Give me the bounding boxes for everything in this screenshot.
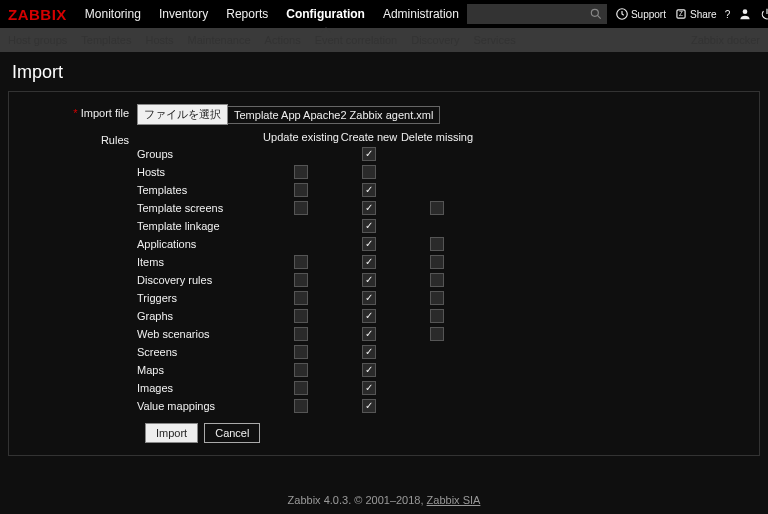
search-input[interactable] — [467, 4, 607, 24]
import-form: * Import file ファイルを選択 Template App Apach… — [8, 91, 760, 456]
share-link[interactable]: ZShare — [674, 7, 717, 21]
rule-checkbox[interactable] — [362, 363, 376, 377]
support-link[interactable]: Support — [615, 7, 666, 21]
import-file-label: * Import file — [19, 104, 137, 119]
subnav-item-actions[interactable]: Actions — [265, 34, 301, 46]
rule-row-label: Applications — [137, 238, 263, 250]
rule-checkbox[interactable] — [430, 273, 444, 287]
search-icon[interactable] — [589, 7, 603, 21]
rule-checkbox[interactable] — [362, 345, 376, 359]
footer-link[interactable]: Zabbix SIA — [427, 494, 481, 506]
file-name: Template App Apache2 Zabbix agent.xml — [228, 106, 440, 124]
rule-checkbox[interactable] — [362, 309, 376, 323]
main-nav: MonitoringInventoryReportsConfigurationA… — [77, 1, 467, 27]
rules-header: Create new — [339, 131, 399, 143]
subnav-item-maintenance[interactable]: Maintenance — [188, 34, 251, 46]
rule-checkbox[interactable] — [362, 183, 376, 197]
rule-checkbox[interactable] — [362, 237, 376, 251]
file-selector[interactable]: ファイルを選択 Template App Apache2 Zabbix agen… — [137, 104, 440, 125]
rule-row-label: Template screens — [137, 202, 263, 214]
rule-row-label: Groups — [137, 148, 263, 160]
svg-point-0 — [591, 9, 598, 16]
rule-row-label: Images — [137, 382, 263, 394]
subnav: Host groupsTemplatesHostsMaintenanceActi… — [0, 28, 768, 52]
rule-row-label: Graphs — [137, 310, 263, 322]
user-icon[interactable] — [738, 7, 752, 21]
rule-checkbox[interactable] — [430, 255, 444, 269]
nav-item-monitoring[interactable]: Monitoring — [77, 1, 149, 27]
rule-checkbox[interactable] — [362, 147, 376, 161]
rule-checkbox[interactable] — [362, 327, 376, 341]
share-icon: Z — [674, 7, 688, 21]
rule-checkbox[interactable] — [430, 309, 444, 323]
rule-row-label: Screens — [137, 346, 263, 358]
rule-checkbox[interactable] — [362, 165, 376, 179]
rule-row-label: Web scenarios — [137, 328, 263, 340]
rule-row-label: Triggers — [137, 292, 263, 304]
rule-checkbox[interactable] — [294, 345, 308, 359]
rule-checkbox[interactable] — [362, 273, 376, 287]
rule-row-label: Items — [137, 256, 263, 268]
rule-checkbox[interactable] — [430, 327, 444, 341]
subnav-item-hosts[interactable]: Hosts — [145, 34, 173, 46]
logo[interactable]: ZABBIX — [8, 6, 67, 23]
subnav-right[interactable]: Zabbix docker — [691, 34, 760, 46]
nav-item-configuration[interactable]: Configuration — [278, 1, 373, 27]
rules-header: Update existing — [263, 131, 339, 143]
subnav-item-services[interactable]: Services — [474, 34, 516, 46]
rule-row-label: Templates — [137, 184, 263, 196]
subnav-left: Host groupsTemplatesHostsMaintenanceActi… — [8, 34, 691, 46]
rule-checkbox[interactable] — [362, 255, 376, 269]
cancel-button[interactable]: Cancel — [204, 423, 260, 443]
rule-row-label: Discovery rules — [137, 274, 263, 286]
topbar-right: Support ZShare ? — [467, 4, 768, 24]
help-link[interactable]: ? — [725, 9, 731, 20]
rule-checkbox[interactable] — [294, 327, 308, 341]
subnav-item-event-correlation[interactable]: Event correlation — [315, 34, 398, 46]
subnav-item-host-groups[interactable]: Host groups — [8, 34, 67, 46]
svg-text:Z: Z — [679, 10, 683, 17]
file-choose-button[interactable]: ファイルを選択 — [137, 104, 228, 125]
rule-checkbox[interactable] — [294, 381, 308, 395]
rule-row-label: Value mappings — [137, 400, 263, 412]
rule-checkbox[interactable] — [362, 291, 376, 305]
rule-row-label: Maps — [137, 364, 263, 376]
rule-row-label: Template linkage — [137, 220, 263, 232]
power-icon[interactable] — [760, 7, 768, 21]
rule-checkbox[interactable] — [294, 201, 308, 215]
rule-checkbox[interactable] — [430, 291, 444, 305]
rule-row-label: Hosts — [137, 166, 263, 178]
nav-item-reports[interactable]: Reports — [218, 1, 276, 27]
subnav-item-discovery[interactable]: Discovery — [411, 34, 459, 46]
topbar: ZABBIX MonitoringInventoryReportsConfigu… — [0, 0, 768, 28]
rules-label: Rules — [19, 131, 137, 146]
rule-checkbox[interactable] — [294, 183, 308, 197]
rules-header: Delete missing — [399, 131, 475, 143]
import-button[interactable]: Import — [145, 423, 198, 443]
footer: Zabbix 4.0.3. © 2001–2018, Zabbix SIA — [0, 494, 768, 506]
rule-checkbox[interactable] — [294, 165, 308, 179]
subnav-item-templates[interactable]: Templates — [81, 34, 131, 46]
nav-item-inventory[interactable]: Inventory — [151, 1, 216, 27]
rule-checkbox[interactable] — [294, 363, 308, 377]
rules-grid: Update existingCreate newDelete missingG… — [137, 131, 475, 413]
svg-point-5 — [743, 9, 748, 14]
page-title: Import — [0, 52, 768, 91]
rule-checkbox[interactable] — [362, 219, 376, 233]
support-icon — [615, 7, 629, 21]
rule-checkbox[interactable] — [294, 291, 308, 305]
rule-checkbox[interactable] — [294, 399, 308, 413]
rule-checkbox[interactable] — [430, 201, 444, 215]
svg-line-1 — [597, 15, 600, 18]
rule-checkbox[interactable] — [294, 255, 308, 269]
rule-checkbox[interactable] — [362, 381, 376, 395]
rule-checkbox[interactable] — [294, 309, 308, 323]
rule-checkbox[interactable] — [362, 399, 376, 413]
rule-checkbox[interactable] — [294, 273, 308, 287]
rule-checkbox[interactable] — [430, 237, 444, 251]
nav-item-administration[interactable]: Administration — [375, 1, 467, 27]
rule-checkbox[interactable] — [362, 201, 376, 215]
